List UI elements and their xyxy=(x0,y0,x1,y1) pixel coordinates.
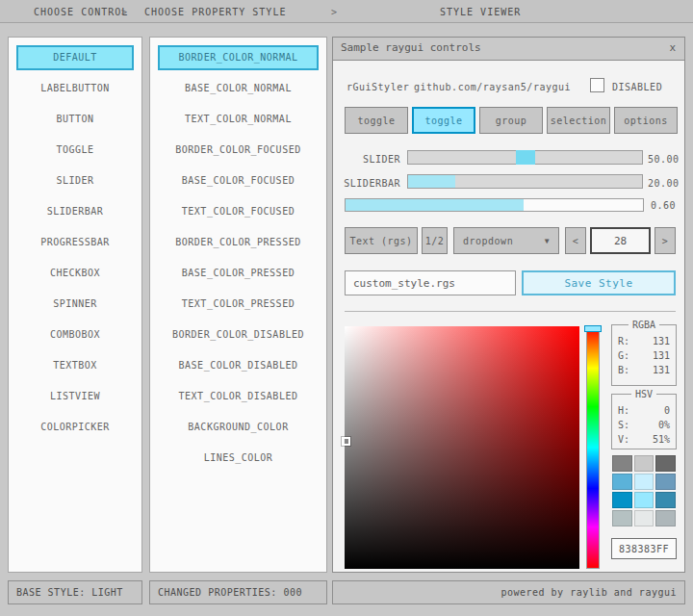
control-list-item[interactable]: TOGGLE xyxy=(16,138,134,163)
color-saturation-value-panel[interactable] xyxy=(345,326,579,569)
palette-swatch[interactable] xyxy=(655,455,676,472)
hsv-v-value: 51% xyxy=(653,434,670,445)
font-dropdown[interactable]: dropdown ▼ xyxy=(453,227,559,254)
hsv-row-v: V: 51% xyxy=(618,434,670,445)
palette-swatch[interactable] xyxy=(634,455,654,472)
palette-swatch[interactable] xyxy=(612,510,632,526)
hsv-v-label: V: xyxy=(618,434,629,445)
hsv-group: HSV H: 0 S: 0% V: 51% xyxy=(611,394,677,449)
app-name-label: rGuiStyler xyxy=(346,82,409,92)
rgba-row-g: G: 131 xyxy=(618,350,670,361)
property-list-item[interactable]: BORDER_COLOR_FOCUSED xyxy=(158,138,319,163)
hsv-h-label: H: xyxy=(618,405,629,416)
rgba-b-value: 131 xyxy=(653,365,670,375)
control-list-item[interactable]: BUTTON xyxy=(16,107,134,132)
repo-link[interactable]: github.com/raysan5/raygui xyxy=(414,82,571,92)
property-list-item[interactable]: BACKGROUND_COLOR xyxy=(158,415,319,440)
palette-swatch[interactable] xyxy=(634,474,654,490)
slider-handle[interactable] xyxy=(516,150,535,165)
property-list-item[interactable]: TEXT_COLOR_FOCUSED xyxy=(158,199,319,224)
palette-swatch[interactable] xyxy=(655,474,676,490)
control-list-item[interactable]: SLIDER xyxy=(16,168,134,193)
half-button[interactable]: 1/2 xyxy=(422,227,448,254)
control-list-item[interactable]: CHECKBOX xyxy=(16,261,134,286)
property-list-item[interactable]: TEXT_COLOR_DISABLED xyxy=(158,384,319,409)
rgba-row-b: B: 131 xyxy=(618,365,670,375)
property-list-item[interactable]: BORDER_COLOR_NORMAL xyxy=(158,45,319,70)
property-list-item[interactable]: BORDER_COLOR_DISABLED xyxy=(158,322,319,347)
disabled-checkbox-label: DISABLED xyxy=(612,82,662,92)
sliderbar-fill xyxy=(408,175,455,188)
toggle-group-item-active[interactable]: toggle xyxy=(412,107,475,134)
progress-value: 0.60 xyxy=(651,200,676,211)
control-list-item[interactable]: SLIDERBAR xyxy=(16,199,134,224)
palette-swatch[interactable] xyxy=(634,492,654,508)
property-list-item[interactable]: BORDER_COLOR_PRESSED xyxy=(158,230,319,255)
rgba-g-label: G: xyxy=(618,350,629,361)
sv-cursor[interactable] xyxy=(342,437,350,446)
hue-cursor[interactable] xyxy=(584,325,602,332)
hsv-s-value: 0% xyxy=(658,420,670,430)
property-list-item[interactable]: TEXT_COLOR_NORMAL xyxy=(158,107,319,132)
slider-label: SLIDER xyxy=(341,154,400,165)
slider-track[interactable] xyxy=(407,150,643,165)
control-list-item[interactable]: DEFAULT xyxy=(16,45,134,70)
palette-swatch[interactable] xyxy=(655,510,676,526)
status-credits: powered by raylib and raygui xyxy=(332,580,685,604)
palette-swatch[interactable] xyxy=(612,455,632,472)
palette-swatch[interactable] xyxy=(655,492,676,508)
hsv-row-h: H: 0 xyxy=(618,405,670,416)
disabled-checkbox[interactable] xyxy=(590,78,604,92)
control-list-item[interactable]: LABELBUTTON xyxy=(16,76,134,101)
style-viewer-window: Sample raygui controls x rGuiStyler gith… xyxy=(332,37,685,573)
toggle-group-item[interactable]: toggle xyxy=(345,107,408,134)
window-title: Sample raygui controls xyxy=(341,41,481,54)
toggle-group-item[interactable]: selection xyxy=(547,107,610,134)
palette-swatch[interactable] xyxy=(612,492,632,508)
spinner-increment-button[interactable]: > xyxy=(654,227,676,254)
property-list-item[interactable]: BASE_COLOR_NORMAL xyxy=(158,76,319,101)
rgba-r-value: 131 xyxy=(653,336,670,346)
rguistyler-app: { "topbar": { "separator": ">", "steps":… xyxy=(0,0,693,616)
palette-swatch[interactable] xyxy=(634,510,654,526)
toggle-group-item[interactable]: options xyxy=(614,107,678,134)
control-list-item[interactable]: LISTVIEW xyxy=(16,384,134,409)
hsv-group-title: HSV xyxy=(631,389,656,399)
control-list-item[interactable]: COMBOBOX xyxy=(16,322,134,347)
control-list-item[interactable]: PROGRESSBAR xyxy=(16,230,134,255)
control-list-item[interactable]: SPINNER xyxy=(16,292,134,317)
style-filename-input[interactable]: custom_style.rgs xyxy=(345,270,516,295)
sliderbar-track[interactable] xyxy=(407,174,643,189)
breadcrumb-step-choose-control: CHOOSE CONTROL xyxy=(34,7,128,17)
chevron-right-icon: > xyxy=(331,7,338,17)
close-icon[interactable]: x xyxy=(669,38,676,59)
breadcrumb: CHOOSE CONTROL > CHOOSE PROPERTY STYLE >… xyxy=(0,0,693,23)
spinner-decrement-button[interactable]: < xyxy=(565,227,586,254)
sliderbar-label: SLIDERBAR xyxy=(341,178,400,189)
property-list-item[interactable]: BASE_COLOR_FOCUSED xyxy=(158,168,319,193)
save-style-button[interactable]: Save Style xyxy=(522,270,676,295)
window-titlebar: Sample raygui controls x xyxy=(333,38,684,61)
text-rgs-button[interactable]: Text (rgs) xyxy=(345,227,418,254)
rgba-b-label: B: xyxy=(618,365,629,375)
property-list-item[interactable]: LINES_COLOR xyxy=(158,446,319,471)
status-changed-properties: CHANGED PROPERTIES: 000 xyxy=(149,580,327,604)
rgba-g-value: 131 xyxy=(653,350,670,361)
property-list-item[interactable]: BASE_COLOR_DISABLED xyxy=(158,353,319,378)
hex-color-input[interactable]: 838383FF xyxy=(611,538,677,559)
hue-bar[interactable] xyxy=(586,326,600,569)
sliderbar-value: 20.00 xyxy=(648,178,680,189)
property-list-item[interactable]: BASE_COLOR_PRESSED xyxy=(158,261,319,286)
rgba-group-title: RGBA xyxy=(629,320,659,330)
property-list-item[interactable]: TEXT_COLOR_PRESSED xyxy=(158,292,319,317)
chevron-right-icon: > xyxy=(121,7,128,17)
palette-swatch[interactable] xyxy=(612,474,632,490)
font-dropdown-value: dropdown xyxy=(463,236,513,246)
breadcrumb-step-choose-property: CHOOSE PROPERTY STYLE xyxy=(144,7,286,17)
slider-value: 50.00 xyxy=(648,154,680,165)
control-list-item[interactable]: COLORPICKER xyxy=(16,415,134,440)
toggle-group-item[interactable]: group xyxy=(479,107,543,134)
spinner-value-box[interactable]: 28 xyxy=(590,227,651,254)
breadcrumb-step-style-viewer: STYLE VIEWER xyxy=(440,7,521,17)
control-list-item[interactable]: TEXTBOX xyxy=(16,353,134,378)
